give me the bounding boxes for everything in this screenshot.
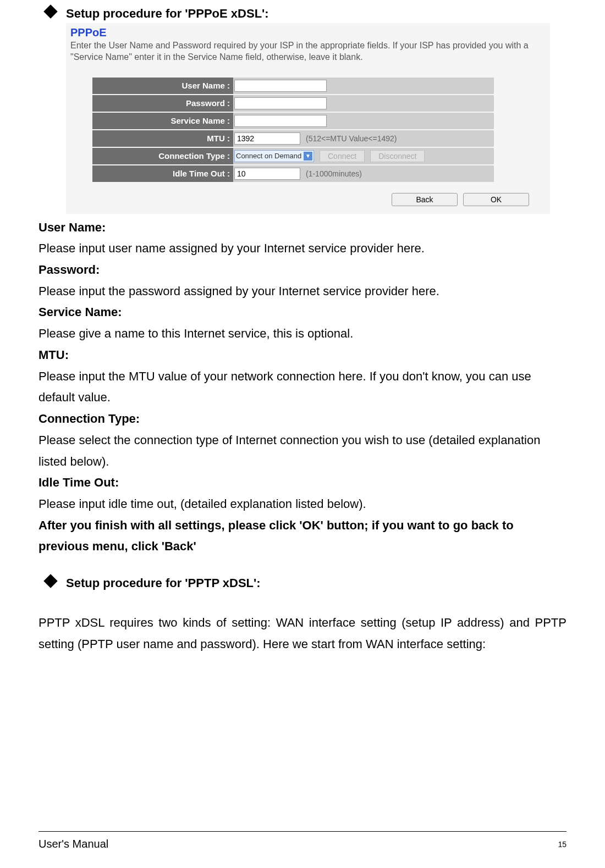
pptp-paragraph: PPTP xDSL requires two kinds of setting:… <box>38 612 566 655</box>
label-idle: Idle Time Out : <box>92 165 233 182</box>
input-password[interactable] <box>234 97 327 109</box>
select-value: Connect on Demand <box>236 152 301 160</box>
page-number: 15 <box>558 838 566 850</box>
label-conn: Connection Type : <box>92 148 233 164</box>
label-password: Password : <box>92 95 233 112</box>
desc-mtu: Please input the MTU value of your netwo… <box>38 366 566 408</box>
label-service: Service Name : <box>92 113 233 129</box>
footer-divider <box>38 831 566 832</box>
ok-button[interactable]: OK <box>463 193 529 206</box>
pppoe-screenshot: PPPoE Enter the User Name and Password r… <box>66 23 550 214</box>
chevron-down-icon: ▼ <box>304 152 312 161</box>
pppoe-description: Enter the User Name and Password require… <box>70 40 546 63</box>
term-password: Password: <box>38 259 566 281</box>
select-connection-type[interactable]: Connect on Demand ▼ <box>234 150 314 162</box>
input-service[interactable] <box>234 115 327 127</box>
row-password: Password : <box>92 95 494 112</box>
hint-mtu: (512<=MTU Value<=1492) <box>306 134 397 143</box>
connect-button[interactable]: Connect <box>320 150 365 162</box>
term-service: Service Name: <box>38 302 566 323</box>
term-conn: Connection Type: <box>38 408 566 430</box>
dialog-buttons: Back OK <box>70 193 529 206</box>
pppoe-title: PPPoE <box>70 26 546 39</box>
input-username[interactable] <box>234 80 327 92</box>
footer-left: User's Manual <box>38 838 108 850</box>
input-mtu[interactable] <box>234 132 300 145</box>
heading-text: Setup procedure for 'PPPoE xDSL': <box>66 7 269 21</box>
hint-idle: (1-1000minutes) <box>306 169 362 178</box>
desc-password: Please input the password assigned by yo… <box>38 281 566 302</box>
row-username: User Name : <box>92 78 494 94</box>
label-mtu: MTU : <box>92 130 233 147</box>
desc-idle: Please input idle time out, (detailed ex… <box>38 494 566 515</box>
heading-text-pptp: Setup procedure for 'PPTP xDSL': <box>66 576 261 590</box>
heading-pppoe: Setup procedure for 'PPPoE xDSL': <box>38 7 566 21</box>
term-idle: Idle Time Out: <box>38 472 566 494</box>
pppoe-form: User Name : Password : Service Name : MT… <box>92 78 494 182</box>
row-service: Service Name : <box>92 113 494 129</box>
heading-pptp: Setup procedure for 'PPTP xDSL': <box>38 576 566 590</box>
definitions: User Name: Please input user name assign… <box>38 217 566 558</box>
back-button[interactable]: Back <box>392 193 458 206</box>
desc-service: Please give a name to this Internet serv… <box>38 323 566 345</box>
label-username: User Name : <box>92 78 233 94</box>
row-idle: Idle Time Out : (1-1000minutes) <box>92 165 494 182</box>
diamond-icon <box>45 578 56 589</box>
input-idle[interactable] <box>234 168 300 180</box>
row-mtu: MTU : (512<=MTU Value<=1492) <box>92 130 494 147</box>
term-username: User Name: <box>38 217 566 239</box>
final-note: After you finish with all settings, plea… <box>38 515 566 557</box>
desc-conn: Please select the connection type of Int… <box>38 430 566 472</box>
diamond-icon <box>45 8 56 19</box>
row-conn: Connection Type : Connect on Demand ▼ Co… <box>92 148 494 164</box>
disconnect-button[interactable]: Disconnect <box>370 150 425 162</box>
desc-username: Please input user name assigned by your … <box>38 238 566 259</box>
term-mtu: MTU: <box>38 345 566 366</box>
footer: User's Manual 15 <box>38 838 566 850</box>
